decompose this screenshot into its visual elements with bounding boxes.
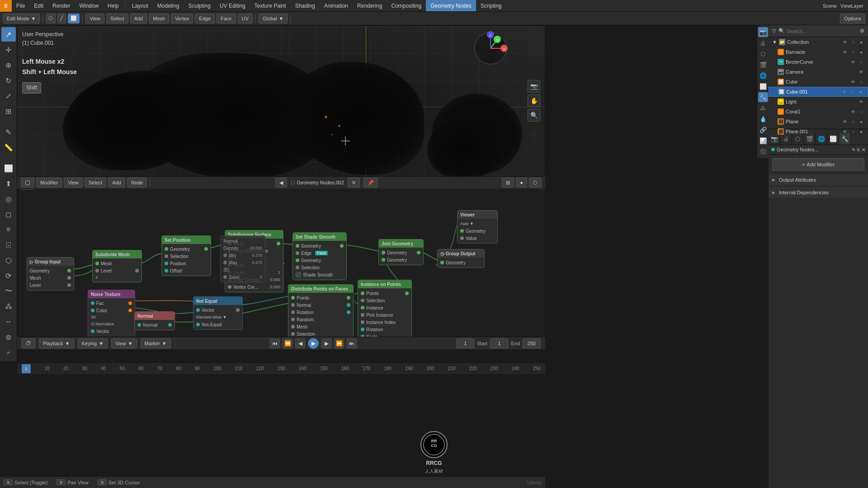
filter-icon[interactable]: ▽ [772,28,776,34]
p1-cam[interactable]: ○ [850,128,856,135]
outliner-item-barnacle[interactable]: ⬡ Barnacle 👁 ○ ● [769,47,868,57]
axis-gizmo[interactable]: X Y Z [472,30,509,66]
p1-render[interactable]: ● [858,128,864,135]
tab-modeling[interactable]: Modeling [153,0,184,11]
current-frame-input[interactable] [456,338,474,348]
node-editor-type-icon[interactable]: ⬡ [21,178,34,188]
menu-help[interactable]: Help [103,0,123,11]
tool-spin[interactable]: ⟳ [1,268,16,283]
tool-smooth[interactable]: 〜 [1,284,16,298]
ri-material-icon[interactable]: ⚫ [758,146,768,156]
tab-shading[interactable]: Shading [291,0,320,11]
gn-edit-icon[interactable]: ✎ [852,147,855,152]
c1-cam[interactable]: ○ [849,89,856,95]
pl-eye[interactable]: 👁 [842,118,848,125]
pin-node-btn[interactable]: 📌 [363,178,378,188]
start-frame-input[interactable] [490,338,508,348]
transform-dropdown[interactable]: Global ▼ [259,14,288,23]
outliner-item-cube[interactable]: ⬜ Cube 👁 ○ [769,77,868,87]
outliner-item-cube001[interactable]: ⬜ Cube.001 👁 ○ ● [769,87,868,97]
coral-cam[interactable]: ○ [858,108,864,115]
rpt-scene[interactable]: 🎬 [804,133,816,145]
ri-render-icon[interactable]: 📷 [758,27,768,37]
mesh-menu[interactable]: Mesh [149,14,169,23]
rpt-render[interactable]: 📷 [769,133,780,145]
b-render[interactable]: ● [858,49,864,55]
pb-type-icon[interactable]: ⏱ [22,338,35,348]
view-dropdown[interactable]: View ▼ [111,338,137,348]
menu-file[interactable]: File [12,0,29,11]
tool-randomize[interactable]: ⁂ [1,299,16,314]
node-editor[interactable]: ▷ Group Input Geometry Mesh Level Subdiv… [17,190,545,349]
tool-poly-build[interactable]: ⬡ [1,253,16,267]
close-node-btn[interactable]: ✕ [348,178,360,188]
internal-deps-header[interactable]: ▶ Internal Dependencies [769,187,868,198]
tool-transform[interactable]: ⊞ [1,104,16,118]
3d-viewport[interactable]: User Perspective (1) Cube.001 Left Mouse… [17,25,545,188]
tab-compositing[interactable]: Compositing [387,0,426,11]
ri-scene-icon[interactable]: 🎬 [758,60,768,70]
coral-eye[interactable]: 👁 [850,108,856,115]
outliner-item-collection[interactable]: ▼ 📁 Collection 👁 ○ ● [769,37,868,47]
jump-end-btn[interactable]: ⏭ [347,338,357,348]
tab-texture-paint[interactable]: Texture Paint [250,0,291,11]
cube-cam[interactable]: ○ [858,79,864,85]
add-modifier-button[interactable]: + Add Modifier [772,158,864,171]
outliner-item-light[interactable]: 💡 Light 👁 [769,97,868,107]
add-tab[interactable]: Add [108,178,125,188]
menu-render[interactable]: Render [48,0,75,11]
tab-animation[interactable]: Animation [320,0,353,11]
options-btn[interactable]: Options [840,14,865,23]
node-editor-body[interactable]: ▷ Group Input Geometry Mesh Level Subdiv… [18,190,545,337]
bz-cam[interactable]: ○ [858,59,864,65]
tool-annotate[interactable]: ✎ [1,125,16,139]
menu-window[interactable]: Window [75,0,103,11]
rpt-view[interactable]: ⬡ [792,133,804,145]
tool-shrink[interactable]: ⊚ [1,330,16,344]
outliner-filter-icon[interactable]: ⚙ [860,28,864,34]
tool-add-cube[interactable]: ⬜ [1,161,16,175]
jump-next-btn[interactable]: ⏩ [334,338,344,348]
ri-constraints-icon[interactable]: 🔗 [758,125,768,135]
outliner-item-bezier[interactable]: 〜 BezierCurve 👁 ○ [769,57,868,67]
l-eye[interactable]: 👁 [858,99,864,105]
playback-dropdown[interactable]: Playback ▼ [39,338,74,348]
tab-scripting[interactable]: Scripting [476,0,506,11]
prev-node-btn[interactable]: ◀ [275,178,287,188]
step-back-btn[interactable]: ◀ [295,338,305,348]
tab-layout[interactable]: Layout [127,0,153,11]
ri-output-icon[interactable]: 🖨 [758,38,768,48]
outliner-item-camera[interactable]: 📷 Camera 👁 [769,67,868,77]
pl-render[interactable]: ● [858,118,864,125]
rpt-modifier[interactable]: 🔧 [839,133,851,145]
bz-eye[interactable]: 👁 [850,59,856,65]
frame-cursor-indicator[interactable]: 1 [22,364,31,373]
tool-edge-slide[interactable]: ↔ [1,314,16,329]
b-cam[interactable]: ○ [850,49,856,55]
tab-sculpting[interactable]: Sculpting [184,0,215,11]
select-tab[interactable]: Select [85,178,107,188]
jump-start-btn[interactable]: ⏮ [270,338,280,348]
b-eye[interactable]: 👁 [842,49,848,55]
tool-loop-cut[interactable]: ≡ [1,222,16,237]
tool-scale[interactable]: ⤢ [1,89,16,103]
node-solid-btn[interactable]: ⬡ [529,178,542,188]
viewport-zoom-icon[interactable]: 🔍 [528,109,540,122]
tool-select[interactable]: ↗ [1,27,16,42]
ri-modifier-icon[interactable]: 🔧 [758,92,768,102]
edge-menu[interactable]: Edge [195,14,215,23]
node-material-icon[interactable]: ● [516,178,527,188]
pl-cam[interactable]: ○ [850,118,856,125]
col-render[interactable]: ● [858,39,864,45]
ri-world-icon[interactable]: 🌐 [758,70,768,80]
rpt-object[interactable]: ⬜ [827,133,839,145]
outliner-item-coral[interactable]: ⬡ Coral1 👁 ○ [769,107,868,117]
tool-rotate[interactable]: ↻ [1,73,16,88]
select-edge-mode[interactable]: ╱ [57,14,66,23]
ri-object-icon[interactable]: ⬜ [758,81,768,91]
step-fwd-btn[interactable]: ▶ [321,338,331,348]
rpt-world[interactable]: 🌐 [816,133,827,145]
cube-eye[interactable]: 👁 [850,79,856,85]
tab-uv-editing[interactable]: UV Editing [215,0,250,11]
play-btn[interactable]: ▶ [308,338,319,349]
